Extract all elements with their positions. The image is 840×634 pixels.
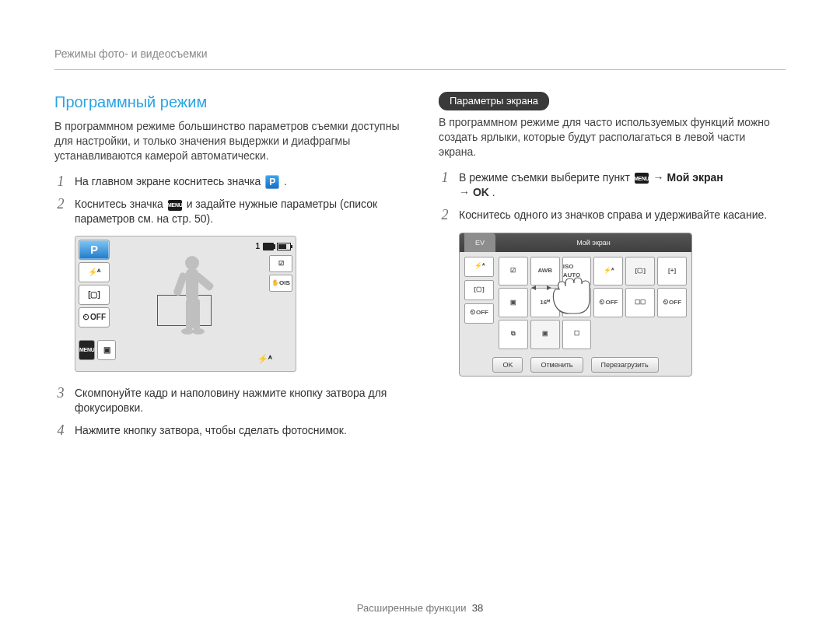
slot-af[interactable]: [▢] — [464, 280, 494, 300]
step-2: 2 Коснитесь одного из значков справа и у… — [439, 208, 786, 223]
grid-item[interactable]: ☐ — [562, 320, 592, 349]
slot-timer[interactable]: ⏲OFF — [464, 303, 494, 324]
columns: Программный режим В программном режиме б… — [54, 92, 786, 447]
grid-item[interactable]: ⧉SF — [562, 288, 592, 317]
step-text: Скомпонуйте кадр и наполовину нажмите кн… — [75, 386, 401, 415]
step-text: Коснитесь значка MENU и задайте нужные п… — [75, 197, 401, 226]
text: . — [492, 186, 495, 198]
step-2: 2 Коснитесь значка MENU и задайте нужные… — [54, 197, 401, 226]
step-number: 1 — [54, 174, 67, 190]
left-shortcut-slots: ⚡ᴬ [▢] ⏲OFF — [464, 257, 494, 324]
camera-preview-screenshot: P ⚡ᴬ [▢] ⏲OFF MENU ▣ 1 ☑ — [75, 236, 296, 372]
step-text: В режиме съемки выберите пункт MENU → Мо… — [459, 170, 786, 200]
left-column: Программный режим В программном режиме б… — [54, 92, 401, 447]
step-4: 4 Нажмите кнопку затвора, чтобы сделать … — [54, 423, 401, 439]
camera-status-bar: 1 — [255, 241, 291, 252]
my-screen-label: Мой экран — [667, 171, 723, 184]
slot-flash[interactable]: ⚡ᴬ — [464, 257, 494, 277]
grid-item[interactable]: ▣ — [530, 320, 560, 349]
svg-point-6 — [181, 328, 194, 335]
battery-icon — [277, 243, 291, 250]
svg-rect-4 — [186, 299, 193, 330]
menu-button[interactable]: MENU — [79, 340, 95, 360]
icon-grid: ☑ AWB ISO AUTO ⚡ᴬ [▢] [+] ▣ 16ᴹ ⧉SF ⏲OFF… — [499, 257, 687, 349]
subject-silhouette-icon — [169, 252, 231, 361]
grid-item[interactable]: ISO AUTO — [562, 257, 592, 286]
camera-right-buttons: ☑ ✋OIS — [269, 255, 292, 292]
my-screen-screenshot: EV Мой экран ⚡ᴬ [▢] ⏲OFF ☑ AWB ISO AUTO … — [459, 233, 692, 377]
step-text: Коснитесь одного из значков справа и уде… — [459, 208, 786, 222]
step-text: Нажмите кнопку затвора, чтобы сделать фо… — [75, 423, 401, 438]
page: Режимы фото- и видеосъемки Программный р… — [0, 0, 840, 634]
tab-ev[interactable]: EV — [464, 233, 495, 252]
ev-button[interactable]: ☑ — [269, 255, 292, 272]
footer: Расширенные функции 38 — [0, 601, 840, 615]
svg-point-7 — [192, 328, 205, 335]
page-number: 38 — [472, 602, 483, 614]
flash-button[interactable]: ⚡ᴬ — [79, 262, 110, 282]
reset-button[interactable]: Перезагрузить — [591, 357, 659, 373]
tabs: EV Мой экран — [460, 233, 691, 252]
p-mode-icon: P — [265, 175, 279, 189]
grid-item[interactable]: 16ᴹ — [530, 288, 560, 317]
ok-button[interactable]: OK — [492, 357, 523, 373]
right-steps: 1 В режиме съемки выберите пункт MENU → … — [439, 170, 786, 223]
left-steps-cont: 3 Скомпонуйте кадр и наполовину нажмите … — [54, 386, 401, 439]
af-mode-button[interactable]: [▢] — [79, 285, 110, 305]
footer-label: Расширенные функции — [357, 602, 467, 614]
arrow-icon: → — [653, 171, 664, 184]
grid-item[interactable]: [+] — [657, 257, 687, 286]
counter: 1 — [255, 241, 260, 252]
arrow-icon: → — [459, 186, 470, 198]
cancel-button[interactable]: Отменить — [530, 357, 583, 373]
grid-item[interactable]: ⏲OFF — [593, 288, 623, 317]
breadcrumb: Режимы фото- и видеосъемки — [54, 47, 786, 70]
bottom-flash-indicator: ⚡ᴬ — [257, 353, 272, 365]
step-number: 1 — [439, 170, 451, 186]
svg-rect-2 — [173, 271, 188, 296]
grid-item[interactable]: ☐☐ — [625, 288, 655, 317]
menu-icon: MENU — [168, 200, 182, 211]
ok-label: OK — [473, 186, 489, 198]
text: В режиме съемки выберите пункт — [459, 171, 633, 184]
text: На главном экране коснитесь значка — [75, 175, 264, 187]
menu-icon: MENU — [635, 173, 649, 184]
svg-rect-5 — [193, 299, 200, 330]
svg-point-0 — [185, 256, 199, 270]
step-text: На главном экране коснитесь значка P . — [75, 174, 401, 189]
text: . — [284, 175, 287, 187]
dialog-buttons: OK Отменить Перезагрузить — [460, 357, 691, 373]
grid-item[interactable]: ⧉ — [499, 320, 528, 349]
ois-button[interactable]: ✋OIS — [269, 275, 292, 292]
grid-item[interactable]: AWB — [530, 257, 560, 286]
grid-item[interactable]: ▣ — [499, 288, 528, 317]
right-column: Параметры экрана В программном режиме дл… — [439, 92, 786, 447]
grid-item[interactable]: ⚡ᴬ — [593, 257, 623, 286]
step-number: 4 — [54, 423, 67, 439]
section-pill: Параметры экрана — [439, 92, 549, 111]
grid-item[interactable]: ⏲OFF — [657, 288, 687, 317]
step-number: 2 — [54, 197, 67, 212]
step-1: 1 На главном экране коснитесь значка P . — [54, 174, 401, 190]
text: Коснитесь значка — [75, 198, 166, 210]
tab-my-screen[interactable]: Мой экран — [495, 233, 691, 252]
left-intro: В программном режиме большинство парамет… — [54, 119, 401, 163]
left-steps: 1 На главном экране коснитесь значка P .… — [54, 174, 401, 227]
step-1: 1 В режиме съемки выберите пункт MENU → … — [439, 170, 786, 200]
step-3: 3 Скомпонуйте кадр и наполовину нажмите … — [54, 386, 401, 415]
right-intro: В программном режиме для часто используе… — [439, 115, 786, 159]
step-number: 3 — [54, 386, 67, 401]
step-number: 2 — [439, 208, 451, 223]
grid-item[interactable]: [▢] — [625, 257, 655, 286]
sd-card-icon — [263, 243, 274, 250]
camera-left-buttons: P ⚡ᴬ [▢] ⏲OFF MENU ▣ — [79, 240, 110, 360]
mode-p-button[interactable]: P — [79, 240, 110, 260]
display-button[interactable]: ▣ — [97, 340, 116, 360]
grid-item[interactable]: ☑ — [499, 257, 528, 286]
timer-button[interactable]: ⏲OFF — [79, 307, 110, 328]
page-title: Программный режим — [54, 92, 401, 113]
